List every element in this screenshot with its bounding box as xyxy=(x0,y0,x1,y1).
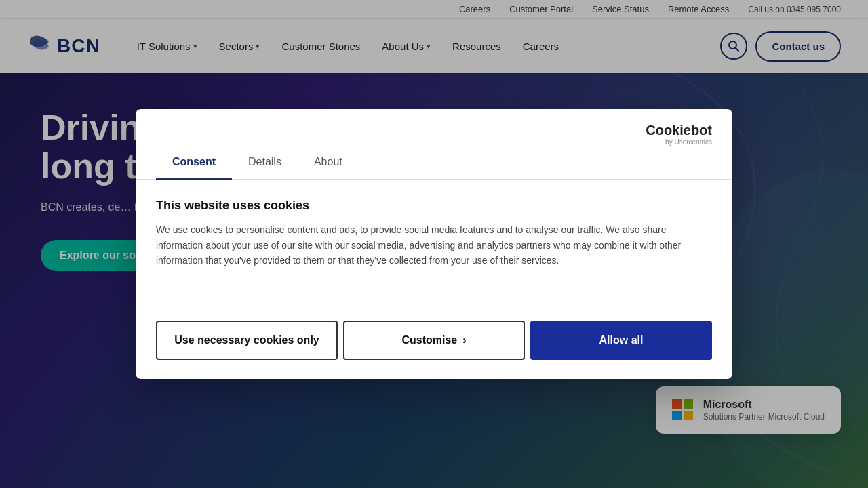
allow-all-button[interactable]: Allow all xyxy=(530,321,712,360)
cookie-modal: Cookiebot by Usercentrics Consent Detail… xyxy=(136,109,732,378)
cookie-actions: Use necessary cookies only Customise › A… xyxy=(156,304,712,360)
cookiebot-logo: Cookiebot by Usercentrics xyxy=(646,123,712,146)
cookiebot-brand-by: by Usercentrics xyxy=(665,138,712,146)
cookie-body: This website uses cookies We use cookies… xyxy=(136,180,732,287)
cookie-heading: This website uses cookies xyxy=(156,199,712,213)
chevron-right-icon: › xyxy=(462,334,466,346)
cookie-tabs: Consent Details About xyxy=(136,146,732,180)
cookie-description: We use cookies to personalise content an… xyxy=(156,222,712,268)
tab-about[interactable]: About xyxy=(298,146,359,180)
necessary-cookies-button[interactable]: Use necessary cookies only xyxy=(156,321,338,360)
customise-button[interactable]: Customise › xyxy=(343,321,525,360)
cookie-modal-overlay: Cookiebot by Usercentrics Consent Detail… xyxy=(0,0,868,488)
tab-consent[interactable]: Consent xyxy=(156,146,232,180)
cookiebot-brand-name: Cookiebot xyxy=(646,123,712,138)
tab-details[interactable]: Details xyxy=(232,146,298,180)
cookie-header: Cookiebot by Usercentrics xyxy=(136,109,732,146)
